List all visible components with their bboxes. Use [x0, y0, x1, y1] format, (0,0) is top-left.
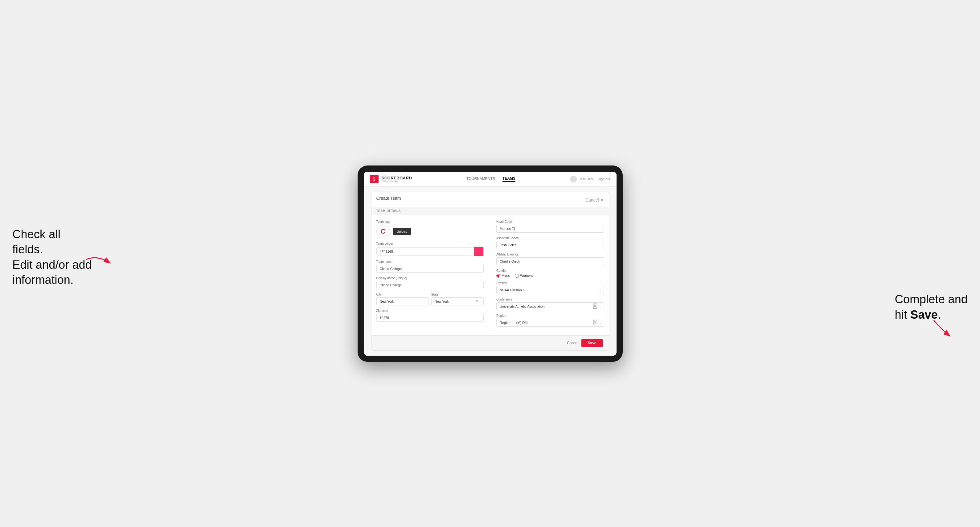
- division-field: Division NCAA Division III NCAA Division…: [496, 281, 604, 294]
- state-field: State New York California Texas ✕: [431, 293, 484, 305]
- cancel-x-button[interactable]: Cancel ✕: [585, 198, 604, 203]
- conference-label: Conference: [496, 298, 604, 301]
- save-button[interactable]: Save: [581, 339, 602, 347]
- display-name-label: Display name (unique): [376, 276, 484, 280]
- gender-womens-label: Womens: [520, 274, 533, 277]
- zip-label: Zip code: [376, 309, 484, 313]
- team-colour-label: Team colour: [376, 242, 484, 245]
- team-name-input[interactable]: [376, 265, 484, 273]
- navbar-nav: TOURNAMENTS TEAMS: [466, 176, 515, 182]
- brand-sub: Powered by clippi: [382, 180, 412, 182]
- state-clear-button[interactable]: ✕: [476, 299, 478, 303]
- page-title: Create Team: [376, 196, 401, 201]
- sign-out-link[interactable]: Sign out: [598, 177, 610, 181]
- head-coach-input[interactable]: [496, 225, 604, 233]
- zip-code-field: Zip code: [376, 309, 484, 322]
- athletic-director-label: Athletic Director: [496, 253, 604, 256]
- athletic-director-input[interactable]: [496, 257, 604, 265]
- team-name-field: Team name: [376, 260, 484, 273]
- team-logo-label: Team logo: [376, 220, 484, 224]
- gender-field: Gender Mens Womens: [496, 269, 604, 278]
- team-logo-field: Team logo C Upload: [376, 220, 484, 238]
- upload-button[interactable]: Upload: [393, 228, 411, 235]
- display-name-field: Display name (unique): [376, 276, 484, 289]
- tablet-screen: S SCOREBOARD Powered by clippi TOURNAMEN…: [364, 171, 617, 356]
- section-header: TEAM DETAILS: [371, 207, 609, 215]
- city-field: City: [376, 293, 429, 305]
- team-logo-circle: C: [376, 225, 390, 238]
- main-content: Create Team Cancel ✕ TEAM DETAILS: [364, 187, 617, 356]
- form-left: Team logo C Upload Team colour: [376, 220, 484, 330]
- gender-label: Gender: [496, 269, 604, 273]
- gender-womens-radio[interactable]: [515, 274, 519, 278]
- region-field: Region Region II - (M) DIII Region I Reg…: [496, 314, 604, 327]
- colour-swatch: [474, 246, 484, 256]
- brand-logo-icon: S: [370, 175, 379, 183]
- cancel-button[interactable]: Cancel: [567, 341, 578, 345]
- division-label: Division: [496, 281, 604, 285]
- conference-clear-button[interactable]: ✕: [593, 303, 597, 309]
- form-header: Create Team Cancel ✕: [371, 192, 609, 207]
- display-name-input[interactable]: [376, 281, 484, 289]
- form-body: Team logo C Upload Team colour: [371, 215, 609, 335]
- team-name-label: Team name: [376, 260, 484, 264]
- athletic-director-field: Athletic Director: [496, 253, 604, 265]
- form-right: Head Coach Assistant Coach Athletic Dire…: [496, 220, 604, 330]
- team-colour-field: Team colour: [376, 242, 484, 256]
- division-select[interactable]: NCAA Division III NCAA Division I NCAA D…: [496, 286, 604, 294]
- conference-field: Conference University Athletic Associati…: [496, 298, 604, 310]
- colour-row: [376, 246, 484, 256]
- annotation-right: Complete andhit Save.: [895, 292, 968, 322]
- head-coach-field: Head Coach: [496, 220, 604, 233]
- form-footer: Cancel Save: [371, 335, 609, 351]
- conference-select[interactable]: University Athletic Association Big Ten …: [496, 302, 604, 310]
- city-state-row: City State New York California: [376, 293, 484, 309]
- gender-mens-label: Mens: [501, 274, 510, 277]
- brand: S SCOREBOARD Powered by clippi: [370, 175, 412, 183]
- division-dropdown-wrapper: NCAA Division III NCAA Division I NCAA D…: [496, 286, 604, 294]
- team-logo-area: C Upload: [376, 225, 484, 238]
- user-avatar: [570, 176, 577, 183]
- head-coach-label: Head Coach: [496, 220, 604, 224]
- nav-tournaments[interactable]: TOURNAMENTS: [466, 176, 495, 181]
- tablet-frame: S SCOREBOARD Powered by clippi TOURNAMEN…: [358, 165, 623, 362]
- region-label: Region: [496, 314, 604, 317]
- region-clear-button[interactable]: ✕: [593, 320, 597, 325]
- assistant-coach-input[interactable]: [496, 241, 604, 249]
- gender-mens-radio[interactable]: [496, 274, 500, 278]
- user-name: Test User |: [579, 177, 595, 181]
- gender-radio-group: Mens Womens: [496, 274, 604, 278]
- region-select[interactable]: Region II - (M) DIII Region I Region III: [496, 319, 604, 327]
- brand-name: SCOREBOARD: [382, 176, 412, 180]
- nav-teams[interactable]: TEAMS: [503, 176, 515, 182]
- assistant-coach-field: Assistant Coach: [496, 237, 604, 249]
- form-card: Create Team Cancel ✕ TEAM DETAILS: [371, 192, 609, 351]
- city-label: City: [376, 293, 429, 296]
- zip-input[interactable]: [376, 314, 484, 322]
- navbar: S SCOREBOARD Powered by clippi TOURNAMEN…: [364, 171, 617, 187]
- assistant-coach-label: Assistant Coach: [496, 237, 604, 240]
- annotation-left: Check all fields. Edit and/or add inform…: [12, 227, 92, 288]
- team-colour-input[interactable]: [376, 248, 474, 256]
- arrow-right-annotation: [931, 319, 955, 341]
- city-input[interactable]: [376, 297, 429, 305]
- conference-select-wrapper: University Athletic Association Big Ten …: [496, 302, 604, 310]
- region-select-wrapper: Region II - (M) DIII Region I Region III…: [496, 319, 604, 327]
- gender-womens-option[interactable]: Womens: [515, 274, 533, 278]
- arrow-left-annotation: [85, 252, 113, 268]
- state-label: State: [431, 293, 484, 296]
- gender-mens-option[interactable]: Mens: [496, 274, 510, 278]
- navbar-user: Test User | Sign out: [570, 176, 610, 183]
- state-select-wrapper: New York California Texas ✕ ⌄: [431, 297, 484, 305]
